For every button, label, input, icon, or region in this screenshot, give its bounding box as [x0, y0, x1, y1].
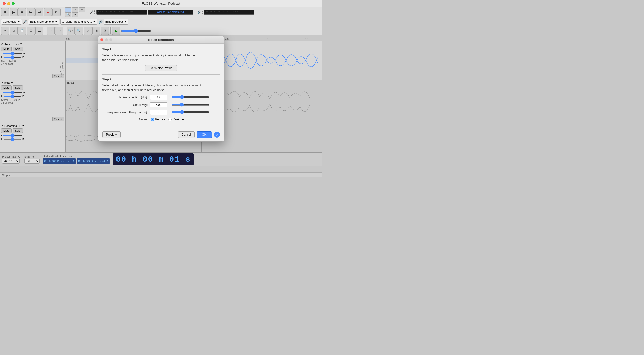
freq-smoothing-slider-container: [171, 110, 220, 115]
dialog-minimize-btn[interactable]: [105, 38, 108, 41]
noise-reduction-input[interactable]: 12: [150, 95, 167, 100]
sensitivity-label: Sensitivity:: [102, 103, 148, 107]
freq-smoothing-slider[interactable]: [171, 110, 209, 114]
step1-label: Step 1: [102, 48, 220, 51]
sensitivity-slider-container: [171, 103, 220, 107]
freq-smoothing-row: Frequency smoothing (bands): 3: [102, 110, 220, 115]
noise-reduction-dialog: Noise Reduction Step 1 Select a few seco…: [98, 36, 224, 142]
residue-option[interactable]: Residue: [168, 117, 184, 121]
sensitivity-slider[interactable]: [171, 103, 209, 107]
noise-type-row: Noise: Reduce Residue: [102, 117, 220, 121]
residue-radio[interactable]: [168, 118, 172, 121]
noise-reduction-slider-container: [171, 95, 220, 100]
noise-reduction-row: Noise reduction (dB): 12: [102, 95, 220, 100]
noise-reduction-slider[interactable]: [171, 95, 209, 99]
dialog-title-bar: Noise Reduction: [98, 36, 224, 44]
cancel-button[interactable]: Cancel: [178, 131, 195, 138]
get-profile-container: Get Noise Profile: [102, 65, 220, 71]
step2-label: Step 2: [102, 78, 220, 81]
dialog-footer: Preview Cancel OK ?: [98, 128, 224, 141]
step1-text: Select a few seconds of just noise so Au…: [102, 53, 220, 62]
ok-button[interactable]: OK: [197, 131, 212, 138]
step1-section: Step 1 Select a few seconds of just nois…: [102, 48, 220, 71]
preview-button[interactable]: Preview: [102, 131, 121, 138]
sensitivity-row: Sensitivity: 6.00: [102, 102, 220, 107]
dialog-traffic-lights: [100, 38, 112, 41]
step-divider: [102, 74, 220, 75]
dialog-body: Step 1 Select a few seconds of just nois…: [98, 44, 224, 128]
freq-smoothing-label: Frequency smoothing (bands):: [102, 111, 148, 114]
freq-smoothing-input[interactable]: 3: [150, 110, 167, 115]
dialog-overlay: Noise Reduction Step 1 Select a few seco…: [0, 0, 322, 178]
dialog-close-btn[interactable]: [100, 38, 103, 41]
help-button[interactable]: ?: [214, 132, 220, 138]
dialog-maximize-btn[interactable]: [109, 38, 112, 41]
noise-reduction-label: Noise reduction (dB):: [102, 96, 148, 99]
reduce-radio[interactable]: [151, 118, 154, 121]
residue-label: Residue: [173, 117, 184, 121]
noise-type-label: Noise:: [102, 117, 148, 121]
reduce-label: Reduce: [155, 117, 165, 121]
get-noise-profile-button[interactable]: Get Noise Profile: [145, 65, 177, 71]
step2-section: Step 2 Select all of the audio you want …: [102, 78, 220, 121]
dialog-title-text: Noise Reduction: [148, 38, 174, 42]
step2-text: Select all of the audio you want filtere…: [102, 83, 220, 92]
sensitivity-input[interactable]: 6.00: [150, 102, 167, 107]
footer-left: Preview: [102, 131, 121, 138]
reduce-option[interactable]: Reduce: [151, 117, 165, 121]
